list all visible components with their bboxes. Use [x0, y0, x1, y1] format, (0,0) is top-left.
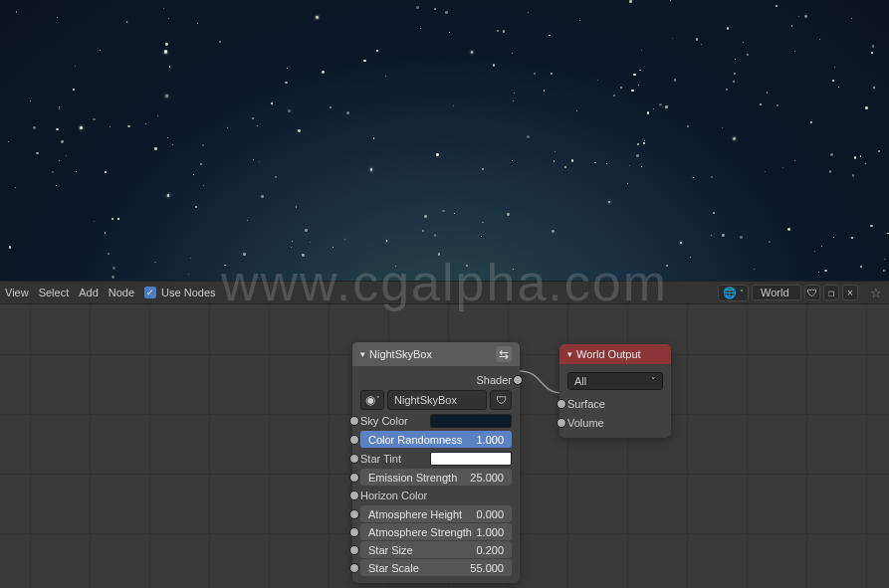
node-nightskybox[interactable]: ▾ NightSkyBox ⇆ Shader ◉˅ NightSkyBox 🛡 …	[352, 342, 520, 583]
dropdown-value: All	[574, 375, 586, 387]
socket-label: Star Tint	[360, 453, 430, 465]
node-editor-area[interactable]: ▾ NightSkyBox ⇆ Shader ◉˅ NightSkyBox 🛡 …	[0, 304, 889, 588]
socket-label: Surface	[567, 398, 605, 410]
input-star-scale[interactable]: Star Scale 55.000	[360, 559, 512, 576]
collapse-icon[interactable]: ▾	[567, 349, 572, 359]
node-title: World Output	[576, 348, 663, 360]
socket-dot[interactable]	[349, 454, 359, 464]
group-browse-button[interactable]: ◉˅	[360, 390, 384, 410]
input-surface: Surface	[561, 394, 669, 413]
node-header[interactable]: ▾ World Output	[559, 344, 671, 364]
input-sky-color: Sky Color	[354, 411, 518, 430]
viewport-3d[interactable]	[0, 0, 889, 281]
socket-dot[interactable]	[349, 490, 359, 500]
fake-user-button[interactable]: 🛡	[804, 285, 820, 300]
slider-label: Atmosphere Strength	[368, 526, 472, 538]
slider-value: 55.000	[470, 562, 504, 574]
socket-dot[interactable]	[349, 545, 359, 555]
node-tree-icon: ◉	[365, 393, 375, 407]
node-options-icon[interactable]: ⇆	[496, 346, 512, 362]
socket-dot[interactable]	[556, 418, 566, 428]
menu-select[interactable]: Select	[39, 287, 70, 298]
collapse-icon[interactable]: ▾	[360, 349, 365, 359]
world-icon: 🌐	[723, 287, 737, 299]
socket-dot[interactable]	[349, 509, 359, 519]
slider-value: 0.200	[476, 544, 504, 556]
socket-label: Shader	[477, 374, 512, 386]
input-horizon-color: Horizon Color	[354, 487, 518, 504]
node-body: All ˅ Surface Volume	[559, 364, 671, 438]
menu-view[interactable]: View	[5, 287, 29, 298]
world-browse-button[interactable]: 🌐 ˅	[718, 285, 749, 301]
socket-dot[interactable]	[349, 563, 359, 573]
socket-dot[interactable]	[349, 435, 359, 445]
slider-label: Star Scale	[368, 562, 419, 574]
socket-label: Volume	[567, 417, 604, 429]
socket-dot[interactable]	[349, 473, 359, 483]
checkbox-icon: ✓	[144, 287, 156, 298]
socket-dot[interactable]	[513, 375, 523, 385]
node-body: Shader ◉˅ NightSkyBox 🛡 Sky Color Color …	[352, 366, 520, 583]
input-atmosphere-strength[interactable]: Atmosphere Strength 1.000	[360, 523, 512, 540]
socket-dot[interactable]	[349, 416, 359, 426]
world-name-field[interactable]: World	[752, 285, 801, 300]
target-dropdown[interactable]: All ˅	[567, 372, 663, 390]
slider-value: 1.000	[476, 526, 504, 538]
use-nodes-label: Use Nodes	[161, 287, 215, 298]
socket-label: Sky Color	[360, 415, 430, 427]
world-datablock-selector: 🌐 ˅ World 🛡 ❐ ×	[718, 285, 858, 301]
node-world-output[interactable]: ▾ World Output All ˅ Surface Volume	[559, 344, 671, 438]
group-name-field[interactable]: NightSkyBox	[387, 390, 487, 410]
input-star-size[interactable]: Star Size 0.200	[360, 541, 512, 558]
input-volume: Volume	[561, 413, 669, 432]
input-color-randomness[interactable]: Color Randomness 1.000	[360, 431, 512, 448]
color-swatch[interactable]	[430, 452, 512, 466]
socket-dot[interactable]	[349, 527, 359, 537]
new-world-button[interactable]: ❐	[823, 285, 839, 300]
node-group-selector: ◉˅ NightSkyBox 🛡	[354, 389, 518, 411]
slider-value: 25.000	[470, 472, 504, 484]
menu-node[interactable]: Node	[109, 287, 134, 298]
input-emission-strength[interactable]: Emission Strength 25.000	[360, 469, 512, 486]
unlink-button[interactable]: ×	[842, 285, 858, 300]
socket-label: Horizon Color	[360, 490, 512, 501]
slider-label: Star Size	[368, 544, 413, 556]
chevron-down-icon: ˅	[376, 396, 380, 404]
shader-editor-header: View Select Add Node ✓ Use Nodes 🌐 ˅ Wor…	[0, 281, 889, 304]
socket-dot[interactable]	[556, 399, 566, 409]
chevron-down-icon: ˅	[740, 289, 744, 297]
node-title: NightSkyBox	[369, 348, 492, 360]
node-header[interactable]: ▾ NightSkyBox ⇆	[352, 342, 520, 366]
slider-label: Emission Strength	[368, 472, 457, 484]
slider-label: Atmosphere Height	[368, 508, 462, 520]
slider-label: Color Randomness	[368, 434, 462, 446]
color-swatch[interactable]	[430, 414, 512, 428]
input-star-tint: Star Tint	[354, 449, 518, 468]
fake-user-button[interactable]: 🛡	[490, 390, 512, 410]
menu-add[interactable]: Add	[79, 287, 99, 298]
input-atmosphere-height[interactable]: Atmosphere Height 0.000	[360, 505, 512, 522]
chevron-down-icon: ˅	[651, 376, 656, 386]
slider-value: 0.000	[476, 508, 504, 520]
pin-button[interactable]: ☆	[868, 285, 884, 300]
output-shader: Shader	[354, 370, 518, 389]
slider-value: 1.000	[476, 434, 504, 446]
use-nodes-toggle[interactable]: ✓ Use Nodes	[144, 287, 215, 298]
